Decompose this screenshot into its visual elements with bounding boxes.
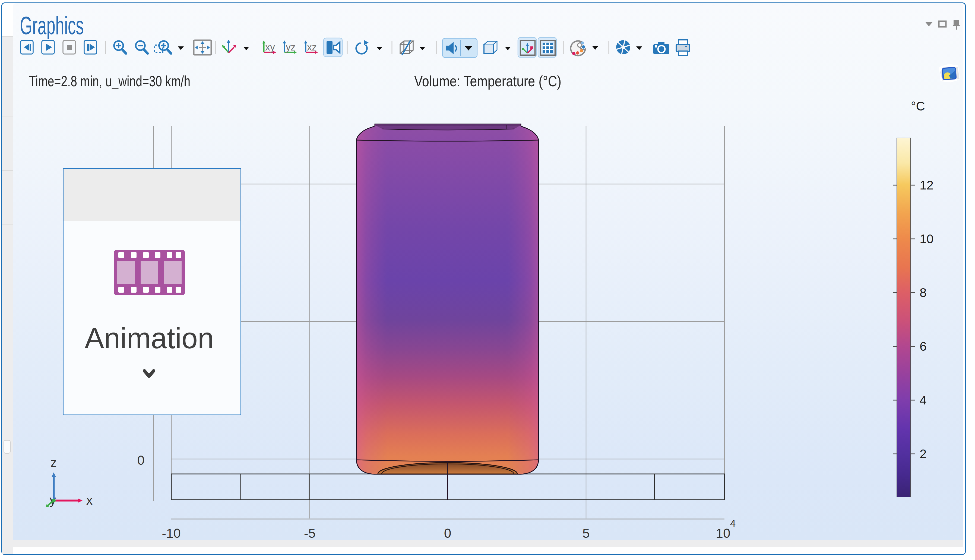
svg-text:10: 10 bbox=[920, 232, 933, 246]
svg-text:4: 4 bbox=[920, 393, 927, 407]
svg-text:8: 8 bbox=[920, 285, 927, 300]
svg-text:6: 6 bbox=[920, 339, 927, 353]
svg-text:2: 2 bbox=[920, 447, 927, 461]
svg-text:12: 12 bbox=[920, 178, 933, 192]
svg-text:°C: °C bbox=[911, 99, 925, 113]
